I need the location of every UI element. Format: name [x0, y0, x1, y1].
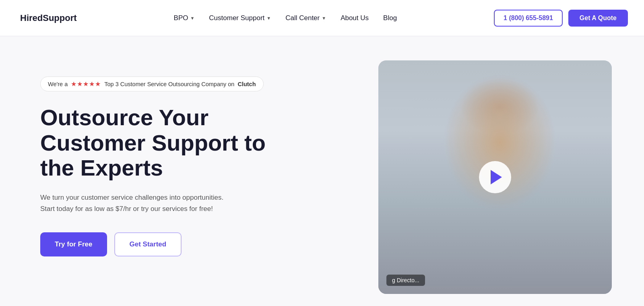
phone-button[interactable]: 1 (800) 655-5891 [494, 10, 563, 27]
hero-left: We're a ★★★★★ Top 3 Customer Service Out… [40, 60, 274, 256]
navbar: HiredSupport BPO ▼ Customer Support ▼ Ca… [0, 0, 644, 36]
nav-customer-support[interactable]: Customer Support ▼ [209, 14, 271, 22]
nav-actions: 1 (800) 655-5891 Get A Quote [494, 10, 628, 27]
chevron-down-icon: ▼ [322, 16, 326, 21]
get-quote-button[interactable]: Get A Quote [568, 10, 628, 27]
hero-section: We're a ★★★★★ Top 3 Customer Service Out… [0, 36, 644, 306]
hero-buttons: Try for Free Get Started [40, 232, 274, 256]
nav-bpo[interactable]: BPO ▼ [174, 14, 195, 22]
nav-call-center[interactable]: Call Center ▼ [285, 14, 326, 22]
nav-blog[interactable]: Blog [383, 14, 397, 22]
chevron-down-icon: ▼ [266, 16, 271, 21]
chevron-down-icon: ▼ [190, 16, 194, 21]
play-button[interactable] [479, 161, 511, 193]
hero-title: Outsource Your Customer Support to the E… [40, 105, 274, 181]
logo-text: HiredSupport [20, 13, 77, 23]
nav-about-us[interactable]: About Us [341, 14, 369, 22]
logo[interactable]: HiredSupport [16, 13, 77, 23]
badge-suffix: Top 3 Customer Service Outsourcing Compa… [104, 81, 234, 87]
star-rating: ★★★★★ [71, 80, 101, 88]
video-caption: g Directo... [386, 275, 425, 286]
nav-links: BPO ▼ Customer Support ▼ Call Center ▼ A… [174, 14, 397, 22]
hero-right: Health g Directo... [298, 60, 612, 294]
badge-brand: Clutch [237, 81, 256, 87]
try-for-free-button[interactable]: Try for Free [40, 232, 107, 256]
video-container: Health g Directo... [378, 60, 612, 294]
badge-prefix: We're a [48, 81, 68, 87]
hero-subtitle: We turn your customer service challenges… [40, 192, 233, 215]
play-icon [491, 170, 502, 184]
clutch-badge[interactable]: We're a ★★★★★ Top 3 Customer Service Out… [40, 76, 264, 91]
get-started-button[interactable]: Get Started [114, 232, 182, 256]
